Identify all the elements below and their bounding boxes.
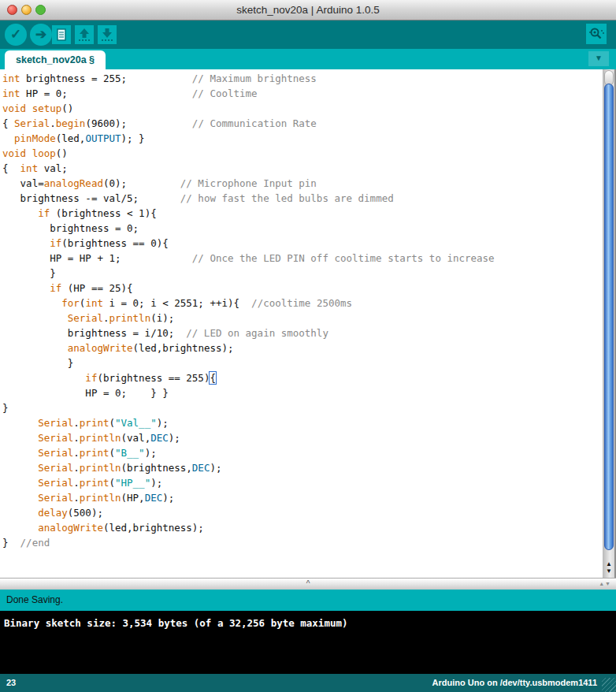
hscroll-arrows-icon[interactable]: ▲▼	[599, 581, 611, 586]
magnifier-icon	[586, 24, 607, 44]
code-line: }	[2, 355, 600, 370]
code-line: HP = HP + 1; // Once the LED PIN off coo…	[2, 251, 600, 266]
scroll-down-icon[interactable]: ▼	[606, 567, 612, 575]
code-line: Serial.println(brightness,DEC);	[2, 460, 600, 475]
verify-button[interactable]: ✓	[5, 24, 27, 46]
toolbar: ✓ ➔	[0, 20, 616, 49]
chevron-down-icon: ▼	[595, 54, 603, 62]
code-line: }	[2, 400, 600, 415]
code-line: Serial.print("Val__");	[2, 415, 600, 430]
code-line: brightness -= val/5; // how fast the led…	[2, 191, 600, 206]
code-line: pinMode(led,OUTPUT); }	[2, 131, 600, 146]
console-line: Binary sketch size: 3,534 bytes (of a 32…	[4, 617, 348, 629]
code-line: if(brightness == 0){	[2, 236, 600, 251]
code-line: brightness = i/10; // LED on again smoot…	[2, 326, 600, 340]
code-line: Serial.println(val,DEC);	[2, 430, 600, 445]
horizontal-scrollbar[interactable]: ^ ▲▼	[0, 578, 616, 590]
arrow-up-tray-icon	[75, 25, 94, 44]
code-line: void setup()	[2, 101, 600, 116]
check-icon: ✓	[10, 27, 21, 42]
arrow-right-icon: ➔	[35, 27, 46, 42]
tab-menu-button[interactable]: ▼	[588, 51, 609, 66]
code-line: Serial.print("HP__");	[2, 475, 600, 490]
code-line: }	[2, 266, 600, 281]
line-number-indicator: 23	[6, 674, 16, 692]
tab-sketch-nov20a[interactable]: sketch_nov20a §	[5, 50, 106, 69]
code-line: Serial.println(i);	[2, 311, 600, 326]
scrollbar-arrows[interactable]: ▲▼	[603, 560, 614, 575]
resize-grip-icon[interactable]	[602, 678, 616, 692]
console-output: Binary sketch size: 3,534 bytes (of a 32…	[0, 611, 616, 674]
splitter-grip-icon[interactable]: ^	[306, 579, 310, 589]
code-line: if (brightness < 1){	[2, 206, 600, 221]
status-message: Done Saving.	[6, 594, 63, 605]
code-line: analogWrite(led,brightness);	[2, 340, 600, 355]
arduino-ide-window: sketch_nov20a | Arduino 1.0.5 ✓ ➔	[0, 0, 616, 692]
code-line: int HP = 0; // Cooltime	[2, 86, 600, 101]
new-sketch-button[interactable]	[52, 25, 71, 44]
board-port-info: Arduino Uno on /dev/tty.usbmodem1411	[432, 674, 597, 692]
code-lines: int brightness = 255; // Maximum brightn…	[2, 71, 600, 550]
code-line: brightness = 0;	[2, 221, 600, 236]
code-editor[interactable]: int brightness = 255; // Maximum brightn…	[0, 69, 616, 578]
vertical-scrollbar[interactable]: ▲▼	[603, 69, 616, 578]
bottom-status-bar: 23 Arduino Uno on /dev/tty.usbmodem1411	[0, 674, 616, 692]
code-line: for(int i = 0; i < 2551; ++i){ //cooltim…	[2, 296, 600, 311]
tab-bar: sketch_nov20a § ▼	[0, 49, 616, 69]
tab-label: sketch_nov20a §	[16, 54, 95, 65]
document-icon	[52, 25, 71, 44]
arrow-down-tray-icon	[98, 25, 117, 44]
open-sketch-button[interactable]	[75, 25, 94, 44]
upload-button[interactable]: ➔	[30, 24, 52, 46]
code-line: void loop()	[2, 146, 600, 161]
scroll-up-icon[interactable]: ▲	[606, 560, 612, 567]
status-strip: Done Saving.	[0, 590, 616, 611]
scrollbar-thumb[interactable]	[604, 84, 614, 550]
code-line: int brightness = 255; // Maximum brightn…	[2, 71, 600, 86]
code-line: val=analogRead(0); // Microphone Input p…	[2, 176, 600, 191]
code-line: Serial.print("B__");	[2, 445, 600, 460]
code-line: if(brightness == 255){	[2, 370, 600, 385]
code-line: { int val;	[2, 161, 600, 176]
code-line: Serial.println(HP,DEC);	[2, 490, 600, 505]
save-sketch-button[interactable]	[98, 25, 117, 44]
code-line: delay(500);	[2, 505, 600, 520]
code-line: } //end	[2, 535, 600, 550]
code-line: HP = 0; } }	[2, 385, 600, 400]
title-bar[interactable]: sketch_nov20a | Arduino 1.0.5	[0, 0, 616, 20]
code-line: { Serial.begin(9600); // Communication R…	[2, 116, 600, 131]
code-line: if (HP == 25){	[2, 281, 600, 296]
window-title: sketch_nov20a | Arduino 1.0.5	[0, 0, 616, 20]
serial-monitor-button[interactable]	[586, 24, 607, 44]
code-line: analogWrite(led,brightness);	[2, 520, 600, 535]
